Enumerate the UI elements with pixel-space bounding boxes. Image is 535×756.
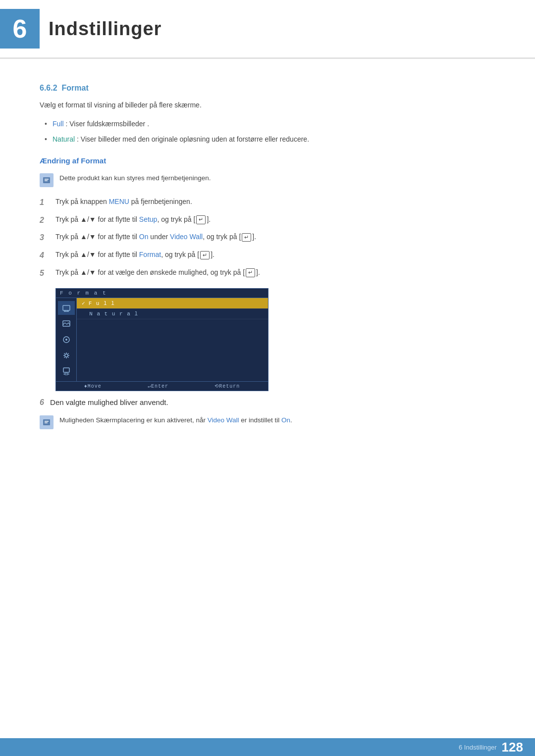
section-title: Format: [61, 84, 88, 92]
natural-label: Natural: [53, 135, 75, 143]
step-3: 3 Tryk på ▲/▼ for at flytte til On under…: [40, 231, 495, 244]
enter-icon-5: ↵: [246, 268, 255, 277]
menu-keyword: MENU: [109, 198, 129, 205]
step-2: 2 Tryk på ▲/▼ for at flytte til Setup, o…: [40, 214, 495, 227]
bullet-natural: Natural : Viser billeder med den origina…: [45, 134, 495, 145]
note2-on: On: [281, 416, 290, 424]
enter-icon-4: ↵: [200, 251, 210, 259]
menu-option-natural: N a t u r a l: [77, 309, 268, 319]
step-6-text: Den valgte mulighed bliver anvendt.: [50, 398, 168, 406]
note2-videowall: Video Wall: [208, 416, 239, 424]
option-natural-label: N a t u r a l: [82, 311, 138, 317]
menu-sidebar-icon-3: [58, 333, 75, 347]
svg-rect-0: [43, 177, 50, 183]
svg-rect-15: [43, 419, 50, 425]
menu-sidebar-icon-1: [58, 301, 75, 315]
footer-return: ⟲Return: [214, 383, 240, 389]
content-area: 6.6.2 Format Vælg et format til visning …: [0, 59, 535, 478]
page-footer: 6 Indstillinger 128: [0, 738, 535, 756]
menu-title-bar: F o r m a t: [56, 289, 268, 298]
svg-rect-11: [63, 368, 69, 372]
enter-icon: ↵: [196, 215, 206, 224]
menu-sidebar: [56, 298, 77, 381]
footer-move: ♦Move: [84, 383, 102, 389]
section-heading: 6.6.2 Format: [40, 84, 495, 93]
note2-mid: er indstillet til: [239, 416, 281, 424]
note2-text: Muligheden Skærmplacering er kun aktiver…: [59, 415, 292, 426]
chapter-number-box: 6: [0, 9, 40, 49]
full-label: Full: [53, 120, 64, 128]
menu-option-full: ✓ F u l l: [77, 298, 268, 309]
step-5: 5 Tryk på ▲/▼ for at vælge den ønskede m…: [40, 267, 495, 280]
note-box: Dette produkt kan kun styres med fjernbe…: [40, 173, 495, 187]
step-4: 4 Tryk på ▲/▼ for at flytte til Format, …: [40, 249, 495, 262]
enter-icon-3: ↵: [242, 233, 251, 242]
menu-screenshot: F o r m a t: [55, 288, 268, 391]
menu-title-text: F o r m a t: [60, 290, 107, 296]
full-text: : Viser fuldskærmsbilleder .: [65, 120, 149, 128]
note-icon-2: [40, 415, 54, 429]
note-icon: [40, 173, 54, 187]
steps-list: 1 Tryk på knappen MENU på fjernbetjening…: [40, 196, 495, 279]
bullet-list: Full : Viser fuldskærmsbilleder . Natura…: [40, 118, 495, 145]
gear-icon: [61, 351, 71, 360]
svg-point-10: [65, 354, 68, 357]
chapter-title: Indstillinger: [49, 18, 161, 40]
menu-sidebar-icon-5: [58, 364, 75, 378]
format-keyword: Format: [139, 251, 161, 258]
step-1: 1 Tryk på knappen MENU på fjernbetjening…: [40, 196, 495, 209]
videowall-keyword: Video Wall: [170, 233, 203, 241]
note-svg-icon-2: [42, 418, 51, 427]
bullet-full: Full : Viser fuldskærmsbilleder .: [45, 118, 495, 129]
input-icon: [61, 335, 71, 345]
footer-page-number: 128: [502, 740, 523, 755]
menu-sidebar-icon-2: [58, 317, 75, 331]
note-box-2: Muligheden Skærmplacering er kun aktiver…: [40, 415, 495, 429]
note-text: Dette produkt kan kun styres med fjernbe…: [59, 173, 211, 184]
option-full-label: F u l l: [89, 301, 115, 306]
setup-keyword: Setup: [139, 215, 158, 223]
svg-point-9: [65, 339, 67, 341]
sub-heading: Ændring af Format: [40, 156, 495, 165]
menu-empty-space: [77, 319, 268, 349]
footer-enter: ↵Enter: [148, 383, 168, 389]
step-6-num: 6: [40, 398, 44, 406]
menu-footer: ♦Move ↵Enter ⟲Return: [56, 381, 268, 391]
svg-rect-12: [65, 373, 68, 375]
svg-rect-3: [63, 305, 70, 310]
note-svg-icon: [42, 176, 51, 185]
menu-options: ✓ F u l l N a t u r a l: [77, 298, 268, 381]
natural-text: : Viser billeder med den originale opløs…: [77, 135, 309, 143]
footer-label: 6 Indstillinger: [459, 744, 497, 751]
check-icon: ✓: [82, 300, 86, 306]
image-icon: [61, 319, 71, 329]
menu-body: ✓ F u l l N a t u r a l: [56, 298, 268, 381]
on-keyword: On: [139, 233, 149, 241]
note2-start: Muligheden Skærmplacering er kun aktiver…: [59, 416, 208, 424]
step-6-line: 6 Den valgte mulighed bliver anvendt.: [40, 398, 495, 407]
chapter-number: 6: [13, 16, 27, 42]
note2-end: .: [290, 416, 292, 424]
source-icon: [61, 303, 71, 313]
support-icon: [61, 366, 71, 376]
page-header: 6 Indstillinger: [0, 0, 535, 59]
section-num: 6.6.2: [40, 84, 61, 92]
menu-sidebar-icon-4: [58, 349, 75, 362]
intro-text: Vælg et format til visning af billeder p…: [40, 100, 495, 110]
